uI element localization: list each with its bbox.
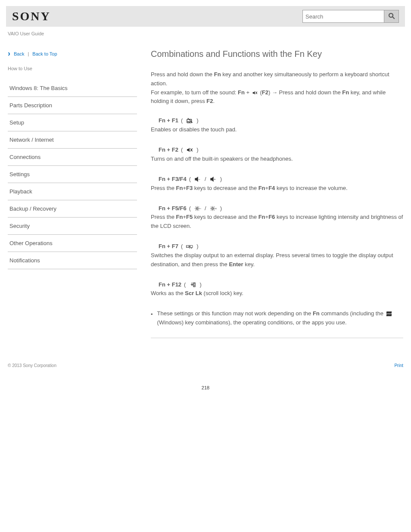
separator — [151, 338, 403, 338]
volume-down-icon: − — [194, 176, 201, 183]
search-icon — [388, 12, 395, 21]
svg-text:−: − — [199, 207, 201, 211]
svg-rect-38 — [193, 283, 195, 286]
sidebar-item-windows8[interactable]: Windows 8: The Basics — [8, 80, 137, 97]
sidebar-item-settings[interactable]: Settings — [8, 166, 137, 183]
svg-line-20 — [199, 207, 199, 207]
svg-line-18 — [199, 210, 199, 210]
header-bar: SONY — [6, 6, 405, 27]
sidebar-item-backup[interactable]: Backup / Recovery — [8, 200, 137, 218]
svg-point-22 — [212, 208, 213, 209]
intro-paragraph: Press and hold down the Fn key and anoth… — [151, 70, 403, 106]
svg-line-29 — [211, 210, 211, 210]
sidebar-item-network[interactable]: Network / Internet — [8, 131, 137, 149]
mute-icon — [252, 89, 258, 96]
main-content: Combinations and Functions with the Fn K… — [151, 49, 403, 346]
fn-label-f1: Fn + F1 ( ) — [159, 116, 199, 125]
brand-logo: SONY — [12, 9, 51, 23]
sidebar-item-security[interactable]: Security — [8, 218, 137, 235]
svg-text:+: + — [215, 207, 217, 211]
svg-line-27 — [211, 207, 211, 207]
copyright: © 2013 Sony Corporation — [8, 363, 56, 368]
search-button[interactable] — [384, 10, 399, 23]
fn-row-f12: Fn + F12 ( ) Works as the Scr Lk (scroll… — [151, 280, 403, 299]
svg-rect-35 — [190, 245, 193, 247]
fn-label-f5f6: Fn + F5/F6 ( − / + ) — [159, 204, 222, 213]
svg-line-19 — [196, 210, 196, 210]
fn-label-f2: Fn + F2 ( ) — [159, 146, 199, 155]
page-number: 218 — [0, 385, 411, 390]
product-name: VAIO User Guide — [8, 31, 403, 36]
sidebar-item-notifications[interactable]: Notifications — [8, 252, 137, 269]
fn-label-f7: Fn + F7 ( LCD ) — [159, 242, 199, 251]
note-bullet: • These settings or this function may no… — [151, 309, 403, 327]
sidebar-item-playback[interactable]: Playback — [8, 183, 137, 200]
svg-point-12 — [196, 208, 198, 209]
fn-row-f2: Fn + F2 ( ) Turns on and off the built-i… — [151, 146, 403, 164]
back-link[interactable]: Back — [14, 51, 24, 56]
fn-row-f3f4: Fn + F3/F4 ( − / + ) Press the Fn+F3 key… — [151, 175, 403, 193]
brightness-down-icon: − — [194, 205, 201, 212]
svg-point-0 — [389, 13, 393, 17]
back-to-top-link[interactable]: Back to Top — [32, 51, 57, 56]
svg-line-17 — [196, 207, 196, 207]
fn-row-f1: Fn + F1 ( ) Enables or disables the touc… — [151, 116, 403, 134]
windows-icon — [386, 311, 392, 317]
bullet-icon: • — [151, 310, 153, 327]
howto-label: How to Use — [8, 66, 137, 71]
svg-line-30 — [214, 207, 214, 207]
display-out-icon: LCD — [186, 243, 193, 250]
print-link[interactable]: Print — [394, 363, 403, 368]
scroll-lock-icon — [189, 281, 196, 288]
search-input[interactable] — [302, 10, 384, 23]
fn-row-f5f6: Fn + F5/F6 ( − / + ) Press the Fn+F5 key… — [151, 204, 403, 231]
chevron-right-icon: › — [8, 49, 10, 58]
svg-text:−: − — [198, 178, 200, 182]
search-form — [302, 10, 399, 23]
sidebar-item-setup[interactable]: Setup — [8, 114, 137, 131]
sidebar-item-connections[interactable]: Connections — [8, 149, 137, 166]
breadcrumb: › Back | Back to Top — [8, 49, 137, 58]
fn-label-f12: Fn + F12 ( ) — [159, 280, 202, 289]
touchpad-off-icon — [186, 118, 193, 124]
mute-icon — [186, 146, 193, 153]
svg-line-1 — [392, 17, 395, 19]
brightness-up-icon: + — [210, 205, 217, 212]
sidebar-item-other[interactable]: Other Operations — [8, 235, 137, 252]
fn-row-f7: Fn + F7 ( LCD ) Switches the display out… — [151, 242, 403, 269]
sidebar: › Back | Back to Top How to Use Windows … — [8, 49, 137, 346]
volume-up-icon: + — [210, 176, 217, 183]
svg-line-28 — [214, 210, 214, 210]
fn-label-f3f4: Fn + F3/F4 ( − / + ) — [159, 175, 222, 184]
footer: © 2013 Sony Corporation Print — [8, 363, 403, 368]
svg-text:+: + — [214, 178, 216, 182]
page-title: Combinations and Functions with the Fn K… — [151, 49, 403, 59]
sidebar-item-parts[interactable]: Parts Description — [8, 97, 137, 114]
